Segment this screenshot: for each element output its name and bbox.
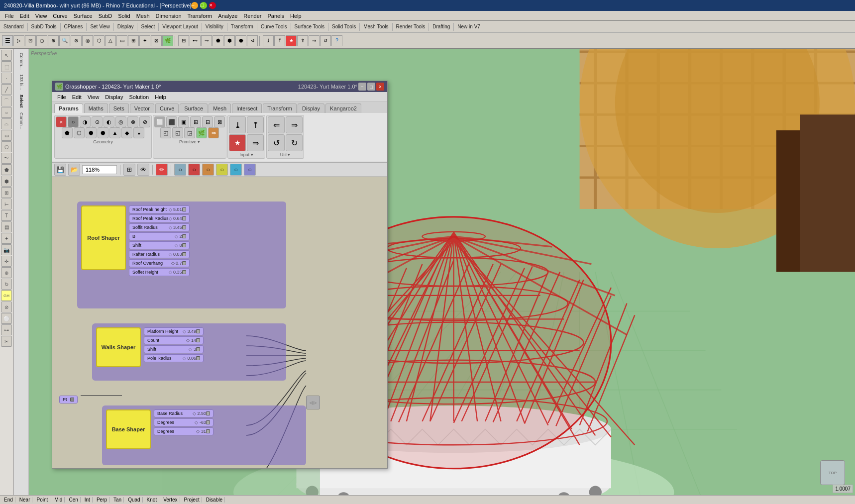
tb-mesh-tools[interactable]: Mesh Tools bbox=[361, 23, 391, 30]
gh-prim-icon-7[interactable]: ◰ bbox=[160, 127, 171, 138]
gh-close-button[interactable]: × bbox=[376, 83, 384, 91]
gh-ct-open[interactable]: 📂 bbox=[68, 164, 80, 176]
tool-misc2[interactable]: ✂ bbox=[1, 336, 12, 347]
gh-param-base-radius[interactable]: Base Radius ◇ 2.50 bbox=[154, 409, 214, 417]
pt-connector-out[interactable] bbox=[70, 398, 74, 402]
param-out-connector[interactable] bbox=[182, 216, 186, 220]
tool-icon-24[interactable]: ⤒ bbox=[274, 35, 285, 46]
status-disable[interactable]: Disable bbox=[204, 497, 225, 503]
menu-transform[interactable]: Transform bbox=[185, 12, 215, 20]
tool-line[interactable]: ╱ bbox=[1, 84, 12, 95]
gh-geo-icon-13[interactable]: ▲ bbox=[109, 127, 120, 138]
gh-param-shift[interactable]: Shift ◇ 8 bbox=[129, 241, 190, 249]
tool-text[interactable]: T bbox=[1, 210, 12, 221]
tool-surface[interactable]: ⬟ bbox=[1, 164, 12, 175]
gh-menu-solution[interactable]: Solution bbox=[126, 93, 152, 101]
tb-set-view[interactable]: Set View bbox=[88, 23, 112, 30]
tb-drafting[interactable]: Drafting bbox=[430, 23, 452, 30]
tool-transform[interactable]: ↻ bbox=[1, 279, 12, 290]
gh-ct-sphere5[interactable]: ○ bbox=[230, 164, 242, 176]
tb-viewport-layout[interactable]: Viewport Layout bbox=[160, 23, 201, 30]
gh-input-icon-4[interactable]: ⇒ bbox=[247, 134, 264, 151]
gh-param-soffet-height[interactable]: Soffet Height ◇ 0.35 bbox=[129, 268, 190, 276]
tb-visibility[interactable]: Visibility bbox=[203, 23, 226, 30]
tb-select[interactable]: Select bbox=[138, 23, 157, 30]
tool-icon-22[interactable]: ⊲ bbox=[247, 35, 258, 46]
gh-geo-icon-5[interactable]: ◐ bbox=[104, 116, 114, 127]
tb-render-tools[interactable]: Render Tools bbox=[394, 23, 428, 30]
tool-icon-20[interactable]: ⬢ bbox=[224, 35, 235, 46]
gh-prim-icon-2[interactable]: ⬛ bbox=[166, 116, 177, 127]
tb-standard[interactable]: Standard bbox=[1, 23, 26, 30]
tool-dimension[interactable]: ⊢ bbox=[1, 199, 12, 209]
gh-minimize-button[interactable]: − bbox=[358, 83, 366, 91]
gh-param-degrees-1[interactable]: Degrees ◇ -63 bbox=[154, 418, 214, 426]
tool-hatch[interactable]: ▤ bbox=[1, 221, 12, 232]
gh-menu-display[interactable]: Display bbox=[102, 93, 126, 101]
tool-circle[interactable]: ○ bbox=[1, 107, 12, 118]
gh-menu-edit[interactable]: Edit bbox=[69, 93, 85, 101]
gh-tab-kangaroo2[interactable]: Kangaroo2 bbox=[325, 103, 361, 113]
tool-arc[interactable]: ⌓ bbox=[1, 118, 12, 129]
menu-panels[interactable]: Panels bbox=[264, 12, 287, 20]
gh-geo-icon-9[interactable]: ⬟ bbox=[62, 127, 73, 138]
tool-icon-29[interactable]: ? bbox=[331, 35, 342, 46]
gh-ct-sphere4[interactable]: ○ bbox=[216, 164, 228, 176]
tool-icon-11[interactable]: ▭ bbox=[116, 35, 127, 46]
gh-geo-icon-10[interactable]: ⬡ bbox=[74, 127, 85, 138]
gh-ct-sphere6[interactable]: ○ bbox=[244, 164, 256, 176]
menu-curve[interactable]: Curve bbox=[50, 12, 70, 20]
param-out-connector[interactable] bbox=[182, 270, 186, 274]
gh-tab-curve[interactable]: Curve bbox=[155, 103, 179, 113]
tool-icon-10[interactable]: △ bbox=[105, 35, 116, 46]
gh-geo-icon-6[interactable]: ◎ bbox=[115, 116, 126, 127]
tool-icon-21[interactable]: ⬣ bbox=[235, 35, 246, 46]
gh-tab-intersect[interactable]: Intersect bbox=[232, 103, 262, 113]
tool-misc1[interactable]: ⊶ bbox=[1, 324, 12, 335]
tool-grasshopper[interactable]: GH bbox=[1, 290, 12, 301]
param-out-connector[interactable] bbox=[196, 338, 200, 342]
gh-geo-icon-14[interactable]: ◆ bbox=[121, 127, 132, 138]
param-out-connector[interactable] bbox=[196, 347, 200, 351]
tool-polyline[interactable]: ⌒ bbox=[1, 96, 12, 106]
tool-icon-1[interactable]: ☰ bbox=[2, 35, 13, 46]
gh-geo-icon-1[interactable]: × bbox=[56, 116, 67, 127]
walls-shaper-node[interactable]: Walls Shaper bbox=[96, 327, 141, 367]
param-out-connector[interactable] bbox=[196, 356, 200, 360]
param-out-connector[interactable] bbox=[182, 207, 186, 211]
tb-curve-tools[interactable]: Curve Tools bbox=[258, 23, 290, 30]
gh-geo-icon-2[interactable]: ○ bbox=[68, 116, 79, 127]
tool-icon-17[interactable]: ⊷ bbox=[190, 35, 201, 46]
tool-icon-19[interactable]: ⬟ bbox=[213, 35, 223, 46]
menu-edit[interactable]: Edit bbox=[17, 12, 32, 20]
tb-display[interactable]: Display bbox=[115, 23, 136, 30]
gh-param-platform-height[interactable]: Platform Height ◇ 3.49 bbox=[144, 327, 204, 335]
gh-param-soffit-radius[interactable]: Soffit Radius ◇ 3.45 bbox=[129, 223, 190, 231]
gh-tab-display[interactable]: Display bbox=[298, 103, 324, 113]
tool-point[interactable]: · bbox=[1, 73, 12, 84]
gh-tab-mesh[interactable]: Mesh bbox=[209, 103, 231, 113]
param-out-connector[interactable] bbox=[182, 243, 186, 247]
tool-solid[interactable]: ⬢ bbox=[1, 176, 12, 187]
tool-window-select[interactable]: ⬚ bbox=[1, 61, 12, 72]
menu-subd[interactable]: SubD bbox=[96, 12, 115, 20]
gh-ct-pen[interactable]: ✏ bbox=[156, 164, 168, 176]
menu-solid[interactable]: Solid bbox=[115, 12, 133, 20]
gh-ct-zoom-input[interactable] bbox=[82, 165, 117, 174]
menu-dimension[interactable]: Dimension bbox=[153, 12, 185, 20]
gh-param-roof-peak-radius[interactable]: Roof Peak Radius ◇ 0.64 bbox=[129, 214, 190, 222]
tool-polygon[interactable]: ⬡ bbox=[1, 141, 12, 152]
gh-tab-transform[interactable]: Transform bbox=[263, 103, 297, 113]
gh-tab-vector[interactable]: Vector bbox=[130, 103, 154, 113]
tb-new-v7[interactable]: New in V7 bbox=[455, 23, 483, 30]
status-end[interactable]: End bbox=[2, 497, 15, 503]
menu-help[interactable]: Help bbox=[287, 12, 305, 20]
tool-mesh[interactable]: ⊞ bbox=[1, 187, 12, 198]
base-shaper-node[interactable]: Base Shaper bbox=[106, 409, 151, 449]
param-out-connector[interactable] bbox=[182, 261, 186, 265]
gh-param-roof-overhang[interactable]: Roof Overhang ◇ 0.7 bbox=[129, 259, 190, 267]
gh-util-icon-4[interactable]: ↻ bbox=[286, 134, 303, 151]
tool-icon-5[interactable]: ⊕ bbox=[48, 35, 59, 46]
status-cen[interactable]: Cen bbox=[67, 497, 80, 503]
tb-surface-tools[interactable]: Surface Tools bbox=[292, 23, 327, 30]
